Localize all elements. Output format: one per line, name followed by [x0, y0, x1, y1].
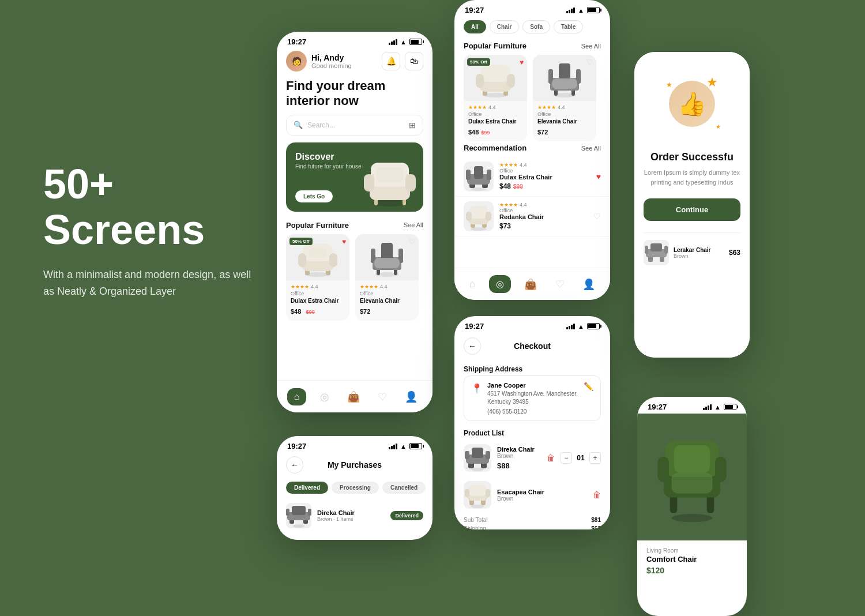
- favorite-icon[interactable]: ♡: [586, 58, 593, 66]
- back-button-purchases[interactable]: ←: [286, 456, 303, 474]
- back-button[interactable]: ←: [464, 337, 481, 355]
- qty-minus-button[interactable]: −: [561, 452, 572, 464]
- purchase-item[interactable]: Direka Chair Brown · 1 Items Delivered: [277, 499, 432, 532]
- edit-icon[interactable]: ✏️: [584, 382, 593, 391]
- nav-home[interactable]: ⌂: [287, 388, 307, 405]
- shipping-label: Shipping Address: [454, 362, 610, 375]
- product-card[interactable]: 50% Off ♥ ★★★★4.4 Office Dulax Estra Cha…: [286, 234, 349, 321]
- signal-icon: [703, 404, 712, 410]
- partial-list-row: Lerakar Chair Brown $63: [644, 240, 740, 265]
- header-icons: 🔔 🛍: [382, 52, 423, 70]
- favorite-icon[interactable]: ♡: [409, 238, 415, 246]
- see-all-rec[interactable]: See All: [581, 145, 601, 152]
- signal-icon: [566, 324, 575, 329]
- filter-icon[interactable]: ⊞: [409, 121, 416, 130]
- tab-table[interactable]: Table: [554, 20, 583, 33]
- tab-chair[interactable]: Chair: [490, 20, 520, 33]
- favorite-icon[interactable]: ♥: [520, 58, 524, 66]
- signal-icon: [389, 444, 397, 449]
- signal-icon: [566, 7, 575, 13]
- svg-rect-14: [329, 253, 337, 267]
- heart-icon: ♡: [378, 390, 387, 403]
- svg-point-80: [671, 514, 712, 522]
- svg-rect-51: [466, 212, 472, 221]
- bottom-nav-browse: ⌂ ◎ 👜 ♡ 👤: [454, 268, 610, 300]
- nav-compass-browse[interactable]: ◎: [489, 275, 511, 293]
- phone-checkout: 19:27 ▲ ← Checkout Shipping Address 📍 Ja…: [454, 316, 610, 529]
- compass-icon: ◎: [320, 390, 329, 403]
- status-icons-browse: ▲: [566, 7, 600, 14]
- tab-cancelled[interactable]: Cancelled: [382, 482, 426, 494]
- svg-rect-5: [364, 174, 374, 191]
- product-grid-browse: 50% Off ♥ ★★★★4.4 Office Dulax Estra Cha…: [454, 55, 610, 141]
- nav-heart[interactable]: ♡: [373, 388, 392, 405]
- nav-user[interactable]: 👤: [400, 388, 422, 405]
- bottom-nav: ⌂ ◎ 👜 ♡ 👤: [277, 380, 432, 412]
- tab-sofa[interactable]: Sofa: [522, 20, 550, 33]
- favorite-heart-empty-icon[interactable]: ♡: [593, 212, 601, 221]
- see-all-popular-browse[interactable]: See All: [581, 43, 601, 50]
- lets-go-button[interactable]: Lets Go: [295, 190, 333, 202]
- product-card-browse-2[interactable]: ♡ ★★★★4.4 Office Elevania Chair $72: [533, 55, 596, 141]
- status-bar-chair: 19:27 ▲: [637, 397, 747, 414]
- status-bar-browse: 19:27 ▲: [454, 0, 610, 17]
- nav-heart-browse[interactable]: ♡: [551, 276, 569, 293]
- svg-rect-87: [671, 473, 712, 494]
- left-hero-section: 50+ Screens With a minimalist and modern…: [43, 161, 262, 300]
- svg-rect-58: [465, 451, 469, 459]
- tab-processing[interactable]: Processing: [332, 482, 379, 494]
- continue-button[interactable]: Continue: [644, 198, 740, 221]
- svg-point-73: [293, 524, 304, 528]
- delete-icon-2[interactable]: 🗑: [593, 490, 601, 499]
- phone-purchases: 19:27 ▲ ← My Purchases Delivered Process…: [277, 436, 432, 540]
- svg-rect-13: [298, 253, 306, 267]
- bag-icon: 👜: [524, 278, 537, 291]
- search-bar[interactable]: 🔍 Search... ⊞: [286, 115, 423, 136]
- discover-banner: Discover Find future for your house Lets…: [286, 142, 423, 212]
- nav-home-browse[interactable]: ⌂: [465, 276, 480, 292]
- tab-delivered[interactable]: Delivered: [286, 482, 328, 494]
- see-all-popular[interactable]: See All: [404, 221, 423, 228]
- bag-icon: 👜: [347, 390, 360, 403]
- popular-section-header: Popular Furniture See All: [277, 219, 432, 234]
- battery-icon: [587, 7, 600, 13]
- checkout-item-image-2: [464, 481, 491, 509]
- nav-compass[interactable]: ◎: [315, 388, 334, 405]
- svg-rect-23: [374, 258, 400, 268]
- rec-item-1[interactable]: ★★★★ 4.4 Office Dulax Estra Chair $48$99…: [454, 157, 610, 197]
- status-bar-main: 19:27 ▲: [277, 32, 432, 48]
- qty-plus-button[interactable]: +: [589, 452, 601, 464]
- svg-rect-30: [507, 74, 515, 88]
- favorite-icon[interactable]: ♥: [342, 238, 346, 246]
- product-image: 50% Off ♥: [464, 55, 527, 101]
- cart-icon[interactable]: 🛍: [405, 52, 423, 70]
- product-image: ♡: [355, 234, 419, 280]
- favorite-heart-icon[interactable]: ♥: [596, 172, 601, 181]
- star-decoration: ★: [706, 75, 718, 90]
- signal-icon: [389, 39, 397, 45]
- product-card-browse-1[interactable]: 50% Off ♥ ★★★★4.4 Office Dulax Estra Cha…: [464, 55, 527, 141]
- tab-all[interactable]: All: [464, 20, 486, 33]
- checkout-item-1: Direka Chair Brown $88 🗑 − 01 +: [454, 440, 610, 476]
- svg-rect-28: [480, 65, 510, 82]
- delete-icon[interactable]: 🗑: [547, 453, 555, 463]
- svg-rect-72: [664, 246, 668, 254]
- product-card[interactable]: ♡ ★★★★4.4 Office Elevania Chair: [355, 234, 419, 321]
- checkout-item-image: [464, 444, 491, 472]
- home-icon: ⌂: [469, 278, 476, 290]
- wifi-icon: ▲: [578, 323, 584, 330]
- svg-rect-78: [286, 509, 289, 516]
- search-icon: 🔍: [294, 121, 303, 129]
- rec-image-1: [464, 161, 494, 191]
- popular-section-browse: Popular Furniture See All: [454, 39, 610, 55]
- nav-bag[interactable]: 👜: [343, 388, 364, 405]
- nav-bag-browse[interactable]: 👜: [520, 276, 541, 293]
- purchase-item-image: [286, 503, 311, 528]
- svg-rect-38: [552, 78, 577, 89]
- notification-icon[interactable]: 🔔: [382, 52, 400, 70]
- nav-user-browse[interactable]: 👤: [578, 276, 600, 293]
- battery-icon: [409, 443, 422, 449]
- purchases-header: ← My Purchases: [277, 453, 432, 478]
- wifi-icon: ▲: [714, 404, 721, 411]
- rec-item-2[interactable]: ★★★★ 4.4 Office Redanka Chair $73 ♡: [454, 197, 610, 236]
